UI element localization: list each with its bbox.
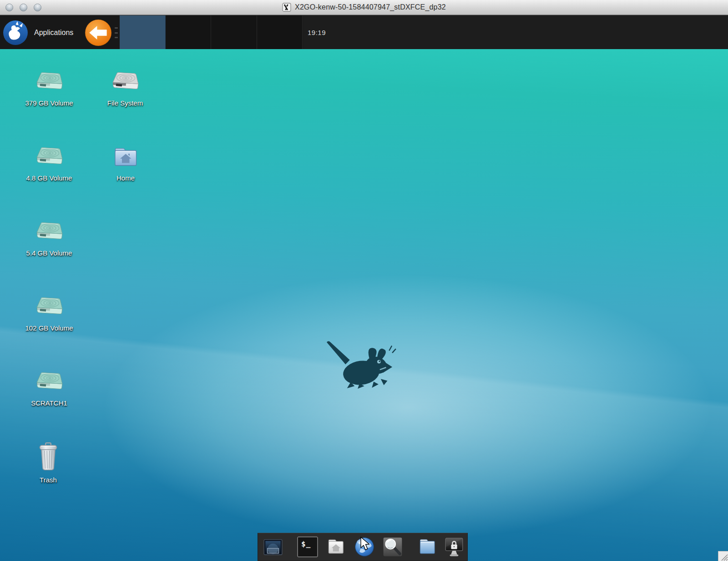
desktop-icon-102-gb-volume[interactable]: 102 GB Volume	[15, 293, 83, 332]
xfce-mouse-logo	[322, 338, 399, 389]
desktop-icon-file-system[interactable]: File System	[91, 68, 159, 107]
window-resize-grip[interactable]	[718, 551, 728, 561]
lock-screen-launcher[interactable]	[444, 536, 465, 557]
desktop-icon-scratch1[interactable]: SCRATCH1	[15, 368, 83, 407]
desktop-icon-trash[interactable]: Trash	[14, 441, 82, 484]
clock[interactable]: 19:19	[303, 29, 326, 36]
taskbar-slot[interactable]	[257, 15, 303, 50]
whisker-menu-icon	[3, 20, 28, 45]
harddisk-icon	[34, 218, 64, 245]
minimize-button[interactable]	[20, 4, 27, 11]
desktop-icon-5-4-gb-volume[interactable]: 5.4 GB Volume	[15, 218, 83, 257]
terminal-prompt-glyph: $_	[298, 537, 317, 548]
applications-menu-button[interactable]: Applications	[3, 15, 73, 50]
x11-icon	[282, 3, 291, 12]
desktop-icon-379-gb-volume[interactable]: 379 GB Volume	[15, 68, 83, 107]
panel-clock-area: 19:19	[303, 15, 728, 50]
taskbar-slot[interactable]	[211, 15, 257, 50]
gray-folder-home-icon	[325, 536, 346, 557]
taskbar-slot[interactable]	[166, 15, 212, 50]
applications-menu-label: Applications	[34, 29, 73, 37]
desktop-icon-label: 102 GB Volume	[25, 324, 73, 332]
xfce-top-panel: Applications 19:19	[0, 15, 728, 49]
window-title: X2GO-kenw-50-1584407947_stDXFCE_dp32	[295, 3, 446, 11]
blue-folder-icon	[417, 536, 438, 557]
harddisk-icon	[34, 368, 64, 395]
zoom-button[interactable]	[34, 4, 41, 11]
file-manager-launcher[interactable]	[417, 536, 438, 557]
desktop-icon-label: File System	[107, 99, 143, 107]
close-button[interactable]	[5, 4, 13, 11]
show-desktop-icon	[263, 536, 283, 557]
x2go-session-window: X2GO-kenw-50-1584407947_stDXFCE_dp32 App…	[0, 0, 728, 561]
terminal-launcher[interactable]: $_	[297, 536, 318, 557]
desktop-icon-label: 4.8 GB Volume	[26, 174, 72, 182]
magnifier-icon	[382, 536, 403, 557]
directory-menu-button[interactable]	[85, 19, 112, 46]
desktop-icon-label: Trash	[40, 476, 57, 484]
desktop-icon-label: SCRATCH1	[31, 399, 67, 407]
desktop-icon-label: 379 GB Volume	[25, 99, 73, 107]
harddisk-icon	[34, 143, 64, 170]
lock-screen-icon	[444, 536, 465, 557]
back-arrow-icon	[85, 19, 112, 46]
show-desktop-button[interactable]	[263, 536, 283, 557]
window-controls	[5, 0, 41, 15]
harddisk-icon	[110, 68, 140, 95]
desktop-icon-label: Home	[116, 174, 135, 182]
harddisk-icon	[34, 68, 64, 95]
desktop-icon-4-8-gb-volume[interactable]: 4.8 GB Volume	[15, 143, 83, 182]
title-group: X2GO-kenw-50-1584407947_stDXFCE_dp32	[282, 3, 446, 12]
application-finder-launcher[interactable]	[382, 536, 403, 557]
window-taskbar	[120, 15, 303, 50]
taskbar-window-button-active[interactable]	[120, 15, 166, 50]
desktop-icon-label: 5.4 GB Volume	[26, 249, 72, 257]
trash-icon	[35, 441, 61, 471]
panel-grip-handle[interactable]	[115, 27, 118, 38]
desktop[interactable]: 379 GB Volume File System 4.8 GB Volume …	[0, 49, 728, 561]
mouse-cursor	[359, 536, 371, 552]
desktop-icon-home[interactable]: Home	[91, 144, 160, 182]
window-titlebar[interactable]: X2GO-kenw-50-1584407947_stDXFCE_dp32	[0, 0, 728, 15]
harddisk-icon	[34, 293, 64, 320]
home-folder-icon	[111, 144, 140, 170]
home-folder-launcher[interactable]	[325, 536, 346, 557]
resize-grip-lines	[718, 551, 728, 561]
